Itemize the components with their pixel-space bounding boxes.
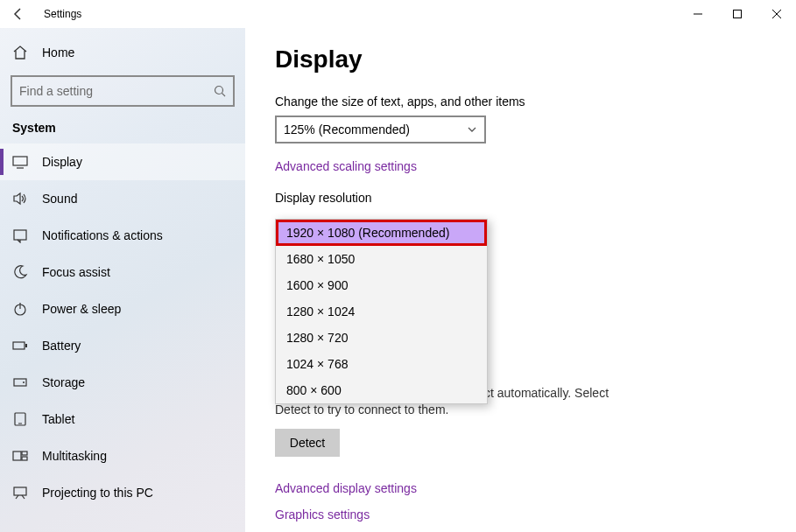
arrow-left-icon bbox=[11, 7, 25, 21]
page-title: Display bbox=[275, 46, 766, 74]
sidebar-item-label: Tablet bbox=[42, 412, 74, 426]
sidebar-item-label: Focus assist bbox=[42, 265, 110, 279]
svg-rect-16 bbox=[22, 452, 27, 455]
battery-icon bbox=[12, 338, 28, 354]
back-button[interactable] bbox=[0, 0, 37, 28]
window-controls bbox=[678, 0, 796, 28]
sidebar-item-notifications[interactable]: Notifications & actions bbox=[0, 217, 245, 254]
sidebar-item-label: Battery bbox=[42, 339, 81, 353]
sidebar-item-power[interactable]: Power & sleep bbox=[0, 290, 245, 327]
resolution-option[interactable]: 1280 × 720 bbox=[276, 325, 487, 351]
notification-icon bbox=[12, 228, 28, 243]
svg-rect-10 bbox=[25, 344, 27, 347]
svg-rect-15 bbox=[13, 452, 21, 460]
project-icon bbox=[12, 485, 28, 500]
scale-combobox[interactable]: 125% (Recommended) bbox=[275, 116, 486, 144]
resolution-dropdown: 1920 × 1080 (Recommended) 1680 × 1050 16… bbox=[275, 219, 488, 404]
sidebar-item-label: Storage bbox=[42, 375, 85, 389]
storage-icon bbox=[12, 374, 28, 390]
sidebar-home-label: Home bbox=[42, 46, 74, 60]
sidebar: Home Find a setting System Display Sound… bbox=[0, 28, 245, 532]
sidebar-home[interactable]: Home bbox=[0, 35, 245, 70]
sidebar-item-projecting[interactable]: Projecting to this PC bbox=[0, 474, 245, 511]
svg-rect-17 bbox=[22, 457, 27, 460]
sidebar-section-title: System bbox=[0, 116, 245, 144]
svg-point-12 bbox=[23, 382, 25, 383]
resolution-option-selected[interactable]: 1920 × 1080 (Recommended) bbox=[276, 220, 487, 246]
sidebar-item-label: Sound bbox=[42, 192, 77, 206]
scale-value: 125% (Recommended) bbox=[284, 122, 410, 136]
sidebar-item-display[interactable]: Display bbox=[0, 144, 245, 180]
sidebar-item-storage[interactable]: Storage bbox=[0, 364, 245, 401]
svg-rect-9 bbox=[13, 342, 25, 349]
advanced-scaling-link[interactable]: Advanced scaling settings bbox=[275, 159, 766, 173]
close-button[interactable] bbox=[757, 0, 796, 28]
app-title: Settings bbox=[44, 8, 81, 20]
resolution-option[interactable]: 1024 × 768 bbox=[276, 351, 487, 377]
sidebar-item-tablet[interactable]: Tablet bbox=[0, 401, 245, 438]
svg-rect-18 bbox=[14, 487, 26, 495]
advanced-display-link[interactable]: Advanced display settings bbox=[275, 481, 766, 495]
sidebar-item-label: Display bbox=[42, 155, 82, 169]
tablet-icon bbox=[12, 411, 28, 427]
power-icon bbox=[12, 301, 28, 317]
sidebar-item-label: Notifications & actions bbox=[42, 228, 163, 242]
svg-rect-6 bbox=[14, 230, 26, 240]
moon-icon bbox=[12, 264, 28, 280]
maximize-button[interactable] bbox=[717, 0, 757, 28]
sidebar-item-sound[interactable]: Sound bbox=[0, 180, 245, 217]
resolution-option[interactable]: 1280 × 1024 bbox=[276, 298, 487, 325]
scale-label: Change the size of text, apps, and other… bbox=[275, 94, 766, 108]
svg-line-3 bbox=[222, 94, 226, 97]
chevron-down-icon bbox=[467, 124, 477, 135]
detect-button[interactable]: Detect bbox=[275, 429, 340, 457]
monitor-icon bbox=[12, 154, 28, 170]
sidebar-item-label: Projecting to this PC bbox=[42, 486, 153, 500]
search-icon bbox=[214, 85, 226, 97]
search-input[interactable]: Find a setting bbox=[11, 75, 235, 107]
sound-icon bbox=[12, 191, 28, 206]
titlebar: Settings bbox=[0, 0, 796, 28]
sidebar-item-multitasking[interactable]: Multitasking bbox=[0, 438, 245, 474]
multitask-icon bbox=[12, 448, 28, 464]
home-icon bbox=[12, 45, 28, 60]
minimize-button[interactable] bbox=[678, 0, 717, 28]
svg-rect-4 bbox=[13, 157, 27, 165]
main-content: Display Change the size of text, apps, a… bbox=[245, 28, 796, 532]
sidebar-item-label: Multitasking bbox=[42, 449, 107, 463]
sidebar-item-battery[interactable]: Battery bbox=[0, 327, 245, 364]
svg-rect-1 bbox=[733, 10, 741, 18]
search-placeholder: Find a setting bbox=[19, 84, 93, 98]
resolution-label: Display resolution bbox=[275, 191, 766, 205]
resolution-option[interactable]: 1680 × 1050 bbox=[276, 246, 487, 272]
sidebar-item-focus[interactable]: Focus assist bbox=[0, 254, 245, 290]
sidebar-item-label: Power & sleep bbox=[42, 302, 121, 316]
svg-point-2 bbox=[215, 87, 223, 94]
resolution-option[interactable]: 1600 × 900 bbox=[276, 272, 487, 298]
resolution-option[interactable]: 800 × 600 bbox=[276, 377, 487, 403]
graphics-settings-link[interactable]: Graphics settings bbox=[275, 508, 766, 522]
